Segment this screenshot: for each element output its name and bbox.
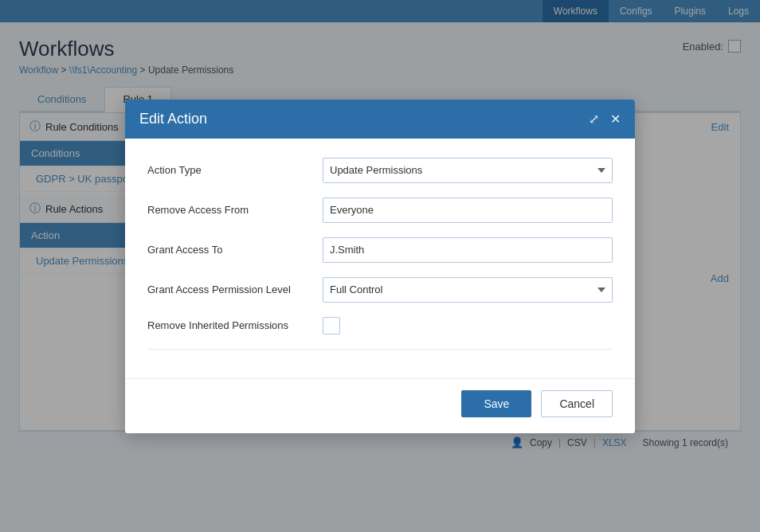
modal-header: Edit Action ⤢ ✕	[125, 100, 635, 139]
form-row-permission-level: Grant Access Permission Level Full Contr…	[147, 277, 613, 303]
label-remove-access: Remove Access From	[147, 204, 323, 216]
form-row-inherited: Remove Inherited Permissions	[147, 317, 613, 334]
cancel-button[interactable]: Cancel	[541, 390, 613, 417]
divider	[147, 349, 613, 350]
modal-header-icons: ⤢ ✕	[589, 111, 621, 127]
edit-action-modal: Edit Action ⤢ ✕ Action Type Update Permi…	[125, 100, 635, 433]
form-row-grant-access: Grant Access To	[147, 237, 613, 263]
form-row-action-type: Action Type Update Permissions Send Emai…	[147, 158, 613, 183]
modal-overlay: Edit Action ⤢ ✕ Action Type Update Permi…	[0, 0, 760, 532]
label-inherited: Remove Inherited Permissions	[147, 319, 323, 331]
expand-icon[interactable]: ⤢	[589, 111, 599, 127]
label-action-type: Action Type	[147, 164, 323, 176]
save-button[interactable]: Save	[461, 390, 531, 417]
select-action-type[interactable]: Update Permissions Send Email Move File …	[323, 158, 613, 183]
form-row-remove-access: Remove Access From	[147, 198, 613, 223]
select-permission-level[interactable]: Full Control Read Write Modify	[323, 277, 613, 303]
modal-body: Action Type Update Permissions Send Emai…	[125, 139, 635, 378]
label-grant-access: Grant Access To	[147, 244, 323, 256]
input-grant-access[interactable]	[323, 237, 613, 263]
close-icon[interactable]: ✕	[610, 111, 621, 127]
modal-footer: Save Cancel	[125, 378, 635, 433]
input-remove-access[interactable]	[323, 198, 613, 223]
label-permission-level: Grant Access Permission Level	[147, 284, 323, 295]
modal-title: Edit Action	[139, 111, 207, 127]
checkbox-inherited[interactable]	[323, 317, 340, 334]
